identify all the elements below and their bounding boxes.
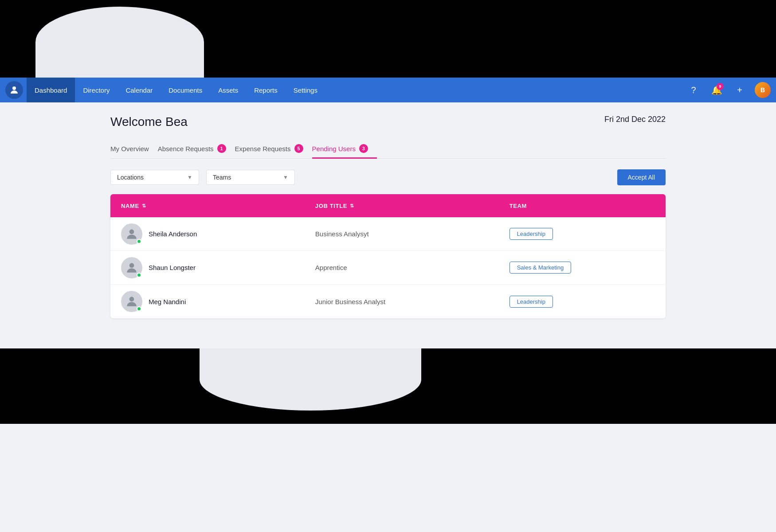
tab-absence-requests[interactable]: Absence Requests 1 <box>158 140 235 159</box>
job-title-2: Apprentice <box>315 264 509 271</box>
tab-absence-requests-label: Absence Requests <box>158 145 214 153</box>
user-name-1: Sheila Anderson <box>149 230 197 238</box>
nav-item-reports[interactable]: Reports <box>246 78 286 102</box>
app-logo[interactable] <box>5 81 23 99</box>
teams-chevron-icon: ▼ <box>283 174 288 180</box>
nav-item-assets[interactable]: Assets <box>210 78 246 102</box>
svg-point-3 <box>129 297 134 301</box>
table-row: Shaun Longster Apprentice Sales & Market… <box>110 251 666 285</box>
notifications-button[interactable]: 🔔 9 <box>709 82 725 98</box>
nav-item-settings[interactable]: Settings <box>286 78 325 102</box>
filters-row: Locations ▼ Teams ▼ Accept All <box>110 169 666 185</box>
user-name-3: Meg Nandini <box>149 298 186 305</box>
nav-links: Dashboard Directory Calendar Documents A… <box>27 78 686 102</box>
tab-expense-requests-label: Expense Requests <box>235 145 291 153</box>
nav-item-calendar[interactable]: Calendar <box>118 78 161 102</box>
locations-filter-label: Locations <box>117 174 144 181</box>
table-row: Sheila Anderson Business Analysyt Leader… <box>110 217 666 251</box>
page-header: Welcome Bea Fri 2nd Dec 2022 <box>110 115 666 129</box>
tab-pending-users-label: Pending Users <box>312 145 356 153</box>
user-avatar-wrap-1 <box>121 223 142 245</box>
user-cell-1: Sheila Anderson <box>121 223 315 245</box>
online-indicator-1 <box>137 239 141 244</box>
tabs-row: My Overview Absence Requests 1 Expense R… <box>110 140 666 159</box>
table-header-name[interactable]: NAME ⇅ <box>121 203 315 209</box>
svg-point-2 <box>129 263 134 268</box>
user-cell-3: Meg Nandini <box>121 291 315 312</box>
help-icon: ? <box>691 85 696 95</box>
help-button[interactable]: ? <box>686 82 702 98</box>
table-row: Meg Nandini Junior Business Analyst Lead… <box>110 285 666 318</box>
nav-right: ? 🔔 9 + B <box>686 82 771 98</box>
tab-pending-users[interactable]: Pending Users 3 <box>312 140 377 159</box>
user-avatar-wrap-3 <box>121 291 142 312</box>
team-badge-1[interactable]: Leadership <box>509 228 553 240</box>
expense-requests-badge: 5 <box>294 144 303 153</box>
notification-count: 9 <box>717 83 724 90</box>
tab-expense-requests[interactable]: Expense Requests 5 <box>235 140 312 159</box>
table-header-job-title[interactable]: JOB TITLE ⇅ <box>315 203 509 209</box>
absence-requests-badge: 1 <box>217 144 226 153</box>
welcome-heading: Welcome Bea <box>110 115 188 129</box>
tab-my-overview-label: My Overview <box>110 145 149 153</box>
locations-filter[interactable]: Locations ▼ <box>110 170 199 185</box>
team-cell-1: Leadership <box>509 228 655 240</box>
job-title-1: Business Analysyt <box>315 230 509 238</box>
name-sort-icon: ⇅ <box>142 203 146 209</box>
navbar: Dashboard Directory Calendar Documents A… <box>0 78 776 102</box>
nav-item-dashboard[interactable]: Dashboard <box>27 78 75 102</box>
locations-chevron-icon: ▼ <box>187 174 192 180</box>
teams-filter[interactable]: Teams ▼ <box>206 170 295 185</box>
online-indicator-2 <box>137 273 141 278</box>
pending-users-badge: 3 <box>359 144 368 153</box>
pending-users-table: NAME ⇅ JOB TITLE ⇅ TEAM Sheila Anderso <box>110 194 666 318</box>
name-header-label: NAME <box>121 203 139 209</box>
user-cell-2: Shaun Longster <box>121 257 315 278</box>
online-indicator-3 <box>137 306 141 311</box>
bottom-artifact <box>0 348 776 424</box>
user-avatar[interactable]: B <box>755 82 771 98</box>
team-cell-2: Sales & Marketing <box>509 262 655 274</box>
svg-point-1 <box>129 229 134 234</box>
table-header: NAME ⇅ JOB TITLE ⇅ TEAM <box>110 194 666 217</box>
svg-point-0 <box>12 86 16 90</box>
user-avatar-wrap-2 <box>121 257 142 278</box>
user-name-2: Shaun Longster <box>149 264 196 271</box>
team-badge-3[interactable]: Leadership <box>509 296 553 308</box>
add-button[interactable]: + <box>732 82 748 98</box>
nav-item-directory[interactable]: Directory <box>75 78 118 102</box>
team-cell-3: Leadership <box>509 296 655 308</box>
nav-item-documents[interactable]: Documents <box>161 78 210 102</box>
job-title-header-label: JOB TITLE <box>315 203 347 209</box>
plus-icon: + <box>737 85 742 95</box>
team-badge-2[interactable]: Sales & Marketing <box>509 262 572 274</box>
tab-my-overview[interactable]: My Overview <box>110 141 158 158</box>
accept-all-button[interactable]: Accept All <box>617 169 666 185</box>
main-content: Welcome Bea Fri 2nd Dec 2022 My Overview… <box>100 102 676 331</box>
current-date: Fri 2nd Dec 2022 <box>604 115 666 124</box>
team-header-label: TEAM <box>509 203 527 209</box>
teams-filter-label: Teams <box>213 174 231 181</box>
top-artifact <box>0 0 776 78</box>
table-header-team: TEAM <box>509 203 655 209</box>
job-title-sort-icon: ⇅ <box>350 203 354 209</box>
job-title-3: Junior Business Analyst <box>315 298 509 305</box>
